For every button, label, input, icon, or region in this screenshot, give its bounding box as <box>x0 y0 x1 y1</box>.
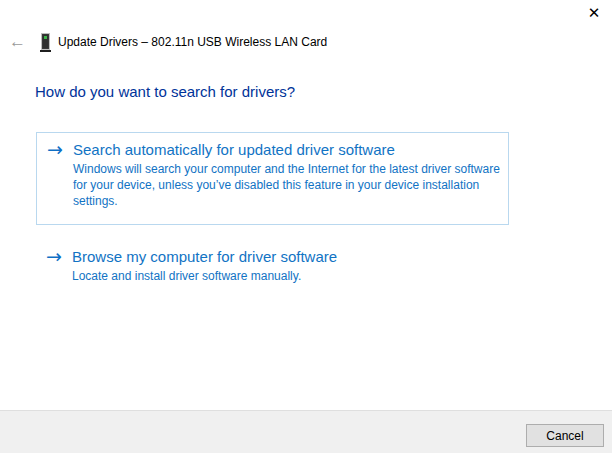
cancel-button[interactable]: Cancel <box>526 424 604 447</box>
driver-device-icon <box>39 33 52 57</box>
option-description: Windows will search your computer and th… <box>73 161 503 209</box>
wizard-footer: Cancel <box>0 410 612 453</box>
update-drivers-wizard: ✕ ← Update Drivers – 802.11n USB Wireles… <box>0 0 612 453</box>
back-arrow-icon[interactable]: ← <box>9 33 26 50</box>
arrow-right-icon: → <box>46 247 62 266</box>
option-description: Locate and install driver software manua… <box>72 268 502 284</box>
option-title: Browse my computer for driver software <box>72 248 509 266</box>
option-search-automatically[interactable]: → Search automatically for updated drive… <box>36 132 509 225</box>
arrow-right-icon: → <box>47 140 63 159</box>
wizard-title: Update Drivers – 802.11n USB Wireless LA… <box>58 35 327 49</box>
page-title: How do you want to search for drivers? <box>35 83 295 100</box>
option-browse-computer[interactable]: → Browse my computer for driver software… <box>36 240 509 284</box>
wizard-header: ← Update Drivers – 802.11n USB Wireless … <box>0 30 612 56</box>
close-icon[interactable]: ✕ <box>584 2 604 22</box>
option-title: Search automatically for updated driver … <box>73 141 508 159</box>
